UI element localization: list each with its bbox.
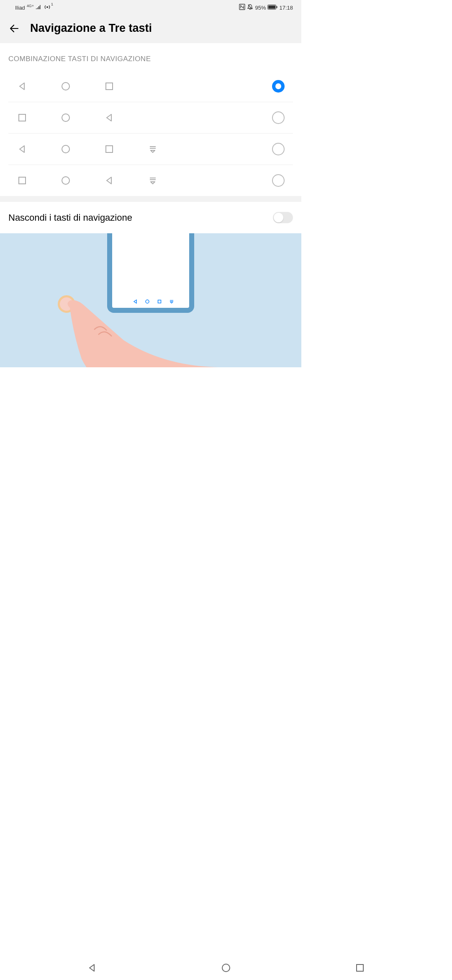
svg-rect-7 xyxy=(19,114,26,121)
back-triangle-icon xyxy=(104,175,115,186)
battery-pct: 95% xyxy=(255,5,266,11)
radio-selected[interactable] xyxy=(272,80,285,93)
time-label: 17:18 xyxy=(279,5,293,11)
hotspot-badge: 1 xyxy=(51,2,53,6)
page-title: Navigazione a Tre tasti xyxy=(30,22,152,35)
svg-rect-4 xyxy=(277,6,277,8)
back-triangle-icon xyxy=(17,81,28,92)
svg-rect-3 xyxy=(268,5,275,9)
hotspot-icon: 1 xyxy=(44,4,51,12)
status-right: 95% 17:18 xyxy=(239,4,293,11)
hide-nav-keys-label: Nascondi i tasti di navigazione xyxy=(8,212,132,223)
nav-option-4[interactable] xyxy=(8,165,293,196)
network-label: 4G+ xyxy=(27,4,34,8)
recent-square-icon xyxy=(104,81,115,92)
home-circle-icon xyxy=(60,112,71,123)
svg-rect-10 xyxy=(106,146,113,152)
svg-point-5 xyxy=(62,83,69,90)
status-bar: Iliad 4G+ 1 95% 17:18 xyxy=(0,0,301,15)
svg-point-12 xyxy=(62,177,69,184)
svg-point-0 xyxy=(46,6,48,8)
header: Navigazione a Tre tasti xyxy=(0,15,301,43)
options-list xyxy=(0,71,301,196)
dnd-icon xyxy=(247,4,253,11)
nfc-icon xyxy=(239,4,245,11)
section-header: COMBINAZIONE TASTI DI NAVIGAZIONE xyxy=(0,43,301,71)
status-left: Iliad 4G+ 1 xyxy=(15,4,51,12)
svg-point-8 xyxy=(62,114,69,121)
section-gap xyxy=(0,196,301,202)
home-circle-icon xyxy=(60,81,71,92)
recent-square-icon xyxy=(17,112,28,123)
recent-square-icon xyxy=(104,144,115,155)
battery-icon xyxy=(267,5,277,11)
nav-option-2[interactable] xyxy=(8,102,293,134)
back-button[interactable] xyxy=(8,23,20,34)
back-triangle-icon xyxy=(104,112,115,123)
radio-unselected[interactable] xyxy=(272,174,285,187)
notification-down-icon xyxy=(147,175,158,186)
nav-option-3[interactable] xyxy=(8,134,293,165)
carrier-label: Iliad xyxy=(15,5,25,11)
back-triangle-icon xyxy=(17,144,28,155)
radio-unselected[interactable] xyxy=(272,111,285,124)
svg-point-9 xyxy=(62,145,69,153)
nav-option-1[interactable] xyxy=(8,71,293,102)
home-circle-icon xyxy=(60,144,71,155)
illustration xyxy=(0,233,301,367)
notification-down-icon xyxy=(147,144,158,155)
radio-unselected[interactable] xyxy=(272,143,285,155)
home-circle-icon xyxy=(60,175,71,186)
svg-rect-6 xyxy=(106,83,113,90)
hand-illustration xyxy=(65,300,224,367)
arrow-left-icon xyxy=(9,23,20,34)
recent-square-icon xyxy=(17,175,28,186)
hide-nav-keys-row: Nascondi i tasti di navigazione xyxy=(0,202,301,233)
hide-nav-keys-toggle[interactable] xyxy=(273,212,293,223)
svg-rect-11 xyxy=(19,177,26,184)
signal-icon xyxy=(36,5,41,11)
